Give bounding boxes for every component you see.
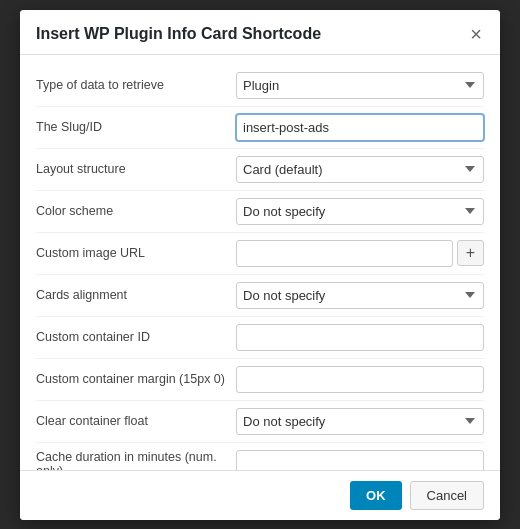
label-color-scheme: Color scheme <box>36 204 236 218</box>
label-custom-container-margin: Custom container margin (15px 0) <box>36 372 236 386</box>
modal-body: Type of data to retrieve Plugin Theme Do… <box>20 55 500 470</box>
form-row-custom-container-id: Custom container ID <box>36 317 484 359</box>
modal-title: Insert WP Plugin Info Card Shortcode <box>36 25 321 43</box>
modal-footer: OK Cancel <box>20 470 500 520</box>
control-cache-duration <box>236 450 484 470</box>
input-with-btn-wrap: + <box>236 240 484 267</box>
form-row-custom-image-url: Custom image URL + <box>36 233 484 275</box>
form-row-cards-alignment: Cards alignment Do not specify Left Cent… <box>36 275 484 317</box>
select-layout-structure[interactable]: Card (default) List Table Do not specify <box>236 156 484 183</box>
add-image-button[interactable]: + <box>457 240 484 266</box>
label-custom-image-url: Custom image URL <box>36 246 236 260</box>
input-custom-container-id[interactable] <box>236 324 484 351</box>
control-color-scheme: Do not specify Light Dark <box>236 198 484 225</box>
select-type-of-data[interactable]: Plugin Theme Do not specify <box>236 72 484 99</box>
control-slug-id <box>236 114 484 141</box>
form-row-slug-id: The Slug/ID <box>36 107 484 149</box>
modal-overlay: Insert WP Plugin Info Card Shortcode × T… <box>0 0 520 529</box>
label-layout-structure: Layout structure <box>36 162 236 176</box>
ok-button[interactable]: OK <box>350 481 402 510</box>
select-clear-container-float[interactable]: Do not specify Left Right Both None <box>236 408 484 435</box>
control-layout-structure: Card (default) List Table Do not specify <box>236 156 484 183</box>
control-clear-container-float: Do not specify Left Right Both None <box>236 408 484 435</box>
control-custom-container-margin <box>236 366 484 393</box>
label-type-of-data: Type of data to retrieve <box>36 78 236 92</box>
modal-close-button[interactable]: × <box>468 24 484 44</box>
form-row-color-scheme: Color scheme Do not specify Light Dark <box>36 191 484 233</box>
control-cards-alignment: Do not specify Left Center Right <box>236 282 484 309</box>
form-row-layout-structure: Layout structure Card (default) List Tab… <box>36 149 484 191</box>
label-clear-container-float: Clear container float <box>36 414 236 428</box>
cancel-button[interactable]: Cancel <box>410 481 484 510</box>
form-row-cache-duration: Cache duration in minutes (num. only) <box>36 443 484 470</box>
control-type-of-data: Plugin Theme Do not specify <box>236 72 484 99</box>
form-row-clear-container-float: Clear container float Do not specify Lef… <box>36 401 484 443</box>
control-custom-image-url: + <box>236 240 484 267</box>
control-custom-container-id <box>236 324 484 351</box>
label-custom-container-id: Custom container ID <box>36 330 236 344</box>
label-slug-id: The Slug/ID <box>36 120 236 134</box>
modal-header: Insert WP Plugin Info Card Shortcode × <box>20 10 500 55</box>
form-row-type-of-data: Type of data to retrieve Plugin Theme Do… <box>36 65 484 107</box>
input-slug-id[interactable] <box>236 114 484 141</box>
input-custom-container-margin[interactable] <box>236 366 484 393</box>
label-cache-duration: Cache duration in minutes (num. only) <box>36 450 236 470</box>
label-cards-alignment: Cards alignment <box>36 288 236 302</box>
select-cards-alignment[interactable]: Do not specify Left Center Right <box>236 282 484 309</box>
input-cache-duration[interactable] <box>236 450 484 470</box>
select-color-scheme[interactable]: Do not specify Light Dark <box>236 198 484 225</box>
input-custom-image-url[interactable] <box>236 240 453 267</box>
modal-dialog: Insert WP Plugin Info Card Shortcode × T… <box>20 10 500 520</box>
form-row-custom-container-margin: Custom container margin (15px 0) <box>36 359 484 401</box>
